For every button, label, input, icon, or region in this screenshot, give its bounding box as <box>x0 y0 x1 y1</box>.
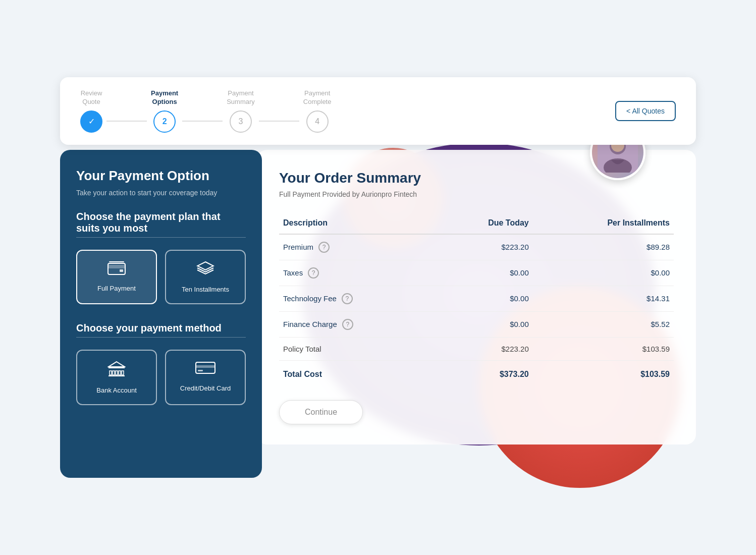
col-due-today: Due Today <box>436 212 533 234</box>
step-2-circle: 2 <box>153 110 176 133</box>
bank-icon <box>107 361 126 380</box>
wallet-icon <box>107 261 126 279</box>
plan-divider <box>76 237 246 238</box>
row-name: Premium <box>283 243 313 251</box>
table-row: Premium ? $223.20$89.28 <box>279 234 674 260</box>
connector-2-3 <box>182 121 223 122</box>
row-name: Total Cost <box>283 370 322 378</box>
per-installment-cell: $5.52 <box>533 311 674 337</box>
col-per-installments: Per Installments <box>533 212 674 234</box>
step-3-label: PaymentSummary <box>227 89 255 106</box>
card-icon <box>195 361 215 378</box>
credit-debit-label: Credit/Debit Card <box>180 384 231 392</box>
svg-rect-4 <box>110 371 112 375</box>
due-today-cell: $0.00 <box>436 260 533 286</box>
connector-3-4 <box>259 121 299 122</box>
stepper-card: ReviewQuote ✓ PaymentOptions 2 PaymentSu… <box>60 77 696 145</box>
info-icon[interactable]: ? <box>342 319 353 330</box>
left-panel-subtitle: Take your action to start your coverage … <box>76 189 246 197</box>
step-1-label: ReviewQuote <box>81 89 102 106</box>
due-today-cell: $223.20 <box>436 337 533 360</box>
payment-options: Full Payment Ten Installments <box>76 250 246 304</box>
table-row: Total Cost$373.20$103.59 <box>279 360 674 386</box>
svg-rect-12 <box>196 365 215 368</box>
left-panel: Your Payment Option Take your action to … <box>60 150 262 478</box>
per-installment-cell: $103.59 <box>533 360 674 386</box>
svg-rect-5 <box>113 371 115 375</box>
svg-rect-8 <box>122 371 124 375</box>
svg-rect-7 <box>119 371 121 375</box>
col-description: Description <box>279 212 436 234</box>
bank-account-label: Bank Account <box>96 386 137 394</box>
table-row: Finance Charge ? $0.00$5.52 <box>279 311 674 337</box>
row-name: Technology Fee <box>283 294 337 303</box>
bank-account-button[interactable]: Bank Account <box>76 350 157 405</box>
step-1-circle: ✓ <box>80 110 102 133</box>
svg-marker-3 <box>109 362 125 367</box>
all-quotes-button[interactable]: < All Quotes <box>615 101 676 121</box>
table-row: Technology Fee ? $0.00$14.31 <box>279 286 674 311</box>
step-4: PaymentComplete 4 <box>303 89 332 133</box>
ten-installments-label: Ten Installments <box>182 286 229 293</box>
plan-section-heading: Choose the payment plan that suits you m… <box>76 211 246 234</box>
step-2-label: PaymentOptions <box>151 89 178 106</box>
table-row: Policy Total$223.20$103.59 <box>279 337 674 360</box>
credit-debit-button[interactable]: Credit/Debit Card <box>165 350 246 405</box>
layers-icon <box>196 261 214 280</box>
full-payment-label: Full Payment <box>97 285 136 292</box>
per-installment-cell: $0.00 <box>533 260 674 286</box>
main-content: Your Payment Option Take your action to … <box>60 150 696 478</box>
row-name: Policy Total <box>283 345 321 353</box>
per-installment-cell: $103.59 <box>533 337 674 360</box>
summary-table: Description Due Today Per Installments P… <box>279 212 674 386</box>
page-wrapper: ReviewQuote ✓ PaymentOptions 2 PaymentSu… <box>50 67 706 488</box>
svg-rect-2 <box>120 269 123 272</box>
step-3: PaymentSummary 3 <box>227 89 255 133</box>
info-icon[interactable]: ? <box>318 242 330 253</box>
info-icon[interactable]: ? <box>308 267 319 279</box>
per-installment-cell: $89.28 <box>533 234 674 260</box>
row-name: Finance Charge <box>283 320 337 328</box>
row-name: Taxes <box>283 268 303 277</box>
right-panel: Your Order Summary Full Payment Provided… <box>257 150 696 445</box>
svg-rect-6 <box>116 371 118 375</box>
method-section-heading: Choose your payment method <box>76 322 246 334</box>
step-3-circle: 3 <box>230 110 252 133</box>
stepper-steps: ReviewQuote ✓ PaymentOptions 2 PaymentSu… <box>80 89 331 133</box>
connector-1-2 <box>106 121 147 122</box>
step-1: ReviewQuote ✓ <box>80 89 102 133</box>
info-icon[interactable]: ? <box>342 293 353 304</box>
step-4-label: PaymentComplete <box>303 89 332 106</box>
payment-methods: Bank Account Credit/Debit Card <box>76 350 246 405</box>
left-panel-title: Your Payment Option <box>76 168 246 184</box>
ten-installments-button[interactable]: Ten Installments <box>165 250 246 304</box>
continue-button[interactable]: Continue <box>279 400 363 424</box>
full-payment-button[interactable]: Full Payment <box>76 250 157 304</box>
method-divider <box>76 337 246 338</box>
due-today-cell: $0.00 <box>436 311 533 337</box>
per-installment-cell: $14.31 <box>533 286 674 311</box>
table-row: Taxes ? $0.00$0.00 <box>279 260 674 286</box>
provider-text: Full Payment Provided by Aurionpro Finte… <box>279 190 674 198</box>
step-2: PaymentOptions 2 <box>151 89 178 133</box>
due-today-cell: $0.00 <box>436 286 533 311</box>
svg-rect-13 <box>198 370 203 371</box>
step-4-circle: 4 <box>306 110 329 133</box>
svg-rect-1 <box>108 265 125 268</box>
due-today-cell: $223.20 <box>436 234 533 260</box>
due-today-cell: $373.20 <box>436 360 533 386</box>
